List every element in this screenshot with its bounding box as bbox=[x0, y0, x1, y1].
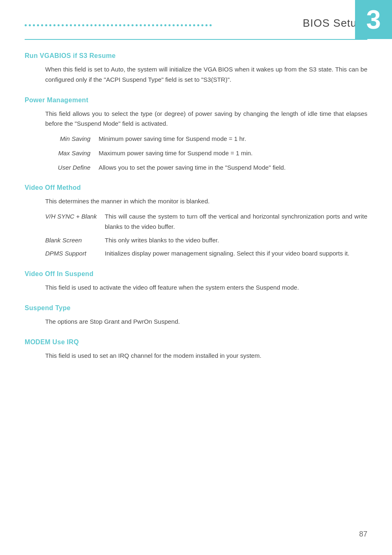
header-dot bbox=[58, 24, 60, 26]
section-heading-modem-use-irq: MODEM Use IRQ bbox=[25, 339, 367, 346]
header-dot bbox=[152, 24, 154, 26]
header-dot bbox=[181, 24, 183, 26]
chapter-number: 3 bbox=[366, 5, 381, 35]
header-dot bbox=[82, 24, 84, 26]
header-dot bbox=[123, 24, 125, 26]
chapter-number-box: 3 bbox=[355, 0, 392, 39]
section-body-suspend-type: The options are Stop Grant and PwrOn Sus… bbox=[25, 317, 367, 327]
section-run-vgabios: Run VGABIOS if S3 Resume When this field… bbox=[25, 52, 367, 85]
header-dot bbox=[70, 24, 72, 26]
section-video-off-in-suspend: Video Off In Suspend This field is used … bbox=[25, 270, 367, 293]
header-dot bbox=[74, 24, 76, 26]
option-desc-vh-sync: This will cause the system to turn off t… bbox=[105, 212, 367, 232]
option-row-vh-sync: V/H SYNC + Blank This will cause the sys… bbox=[45, 212, 367, 232]
header-dot bbox=[144, 24, 146, 26]
header-dot bbox=[127, 24, 129, 26]
top-bar: BIOS Setup bbox=[0, 0, 392, 39]
header-dot bbox=[53, 24, 55, 26]
section-power-management: Power Management This field allows you t… bbox=[25, 97, 367, 173]
header-dot bbox=[156, 24, 158, 26]
option-label-blank-screen: Blank Screen bbox=[45, 235, 99, 246]
header-dot bbox=[107, 24, 109, 26]
option-label-vh-sync: V/H SYNC + Blank bbox=[45, 212, 99, 222]
header-dot bbox=[131, 24, 134, 26]
header-dot bbox=[119, 24, 121, 26]
section-video-off-method: Video Off Method This determines the man… bbox=[25, 184, 367, 259]
header-dot bbox=[45, 24, 47, 26]
header-dot bbox=[205, 24, 208, 26]
header-dot bbox=[177, 24, 179, 26]
option-row-max-saving: Max Saving Maximum power saving time for… bbox=[45, 148, 367, 159]
header-dot bbox=[90, 24, 92, 26]
header-dot bbox=[37, 24, 39, 26]
main-content: Run VGABIOS if S3 Resume When this field… bbox=[0, 40, 392, 397]
section-heading-video-off-method: Video Off Method bbox=[25, 184, 367, 191]
header-dot bbox=[111, 24, 113, 26]
header-dot bbox=[49, 24, 51, 26]
header-dot bbox=[197, 24, 199, 26]
section-body-video-off-method: This determines the manner in which the … bbox=[25, 196, 367, 259]
option-row-dpms: DPMS Support Initializes display power m… bbox=[45, 249, 367, 259]
header-dot bbox=[78, 24, 80, 26]
header-dot bbox=[103, 24, 105, 26]
option-desc-dpms: Initializes display power management sig… bbox=[105, 249, 367, 259]
header-dot bbox=[115, 24, 117, 26]
option-desc-blank-screen: This only writes blanks to the video buf… bbox=[105, 235, 367, 246]
page-number: 87 bbox=[359, 530, 367, 539]
header-dot bbox=[201, 24, 203, 26]
header-dot bbox=[41, 24, 43, 26]
header-dot bbox=[86, 24, 88, 26]
option-desc-user-define: Allows you to set the power saving time … bbox=[99, 163, 367, 173]
dots-container bbox=[25, 20, 303, 26]
header-dot bbox=[164, 24, 166, 26]
section-body-video-off-in-suspend: This field is used to activate the video… bbox=[25, 283, 367, 293]
section-modem-use-irq: MODEM Use IRQ This field is used to set … bbox=[25, 339, 367, 361]
section-body-run-vgabios: When this field is set to Auto, the syst… bbox=[25, 64, 367, 85]
header-dot bbox=[136, 24, 138, 26]
page-container: BIOS Setup 3 Run VGABIOS if S3 Resume Wh… bbox=[0, 0, 392, 555]
header-dot bbox=[140, 24, 142, 26]
header-dot bbox=[189, 24, 191, 26]
option-desc-min-saving: Minimum power saving time for Suspend mo… bbox=[99, 134, 367, 144]
header-dot bbox=[95, 24, 97, 26]
section-heading-power-management: Power Management bbox=[25, 97, 367, 104]
video-off-method-options: V/H SYNC + Blank This will cause the sys… bbox=[45, 212, 367, 259]
header-dot bbox=[66, 24, 68, 26]
header-dot bbox=[168, 24, 171, 26]
option-desc-max-saving: Maximum power saving time for Suspend mo… bbox=[99, 148, 367, 159]
header-dot bbox=[29, 24, 31, 26]
section-body-modem-use-irq: This field is used to set an IRQ channel… bbox=[25, 351, 367, 361]
option-label-dpms: DPMS Support bbox=[45, 249, 99, 259]
section-heading-run-vgabios: Run VGABIOS if S3 Resume bbox=[25, 52, 367, 60]
option-row-min-saving: Min Saving Minimum power saving time for… bbox=[45, 134, 367, 144]
section-suspend-type: Suspend Type The options are Stop Grant … bbox=[25, 304, 367, 327]
header-dot bbox=[160, 24, 162, 26]
header-dot bbox=[185, 24, 187, 26]
header-dot bbox=[210, 24, 212, 26]
section-heading-suspend-type: Suspend Type bbox=[25, 304, 367, 312]
bios-setup-title: BIOS Setup bbox=[303, 17, 363, 30]
option-label-min-saving: Min Saving bbox=[45, 134, 90, 144]
header-dot bbox=[193, 24, 195, 26]
header-dot bbox=[33, 24, 35, 26]
section-body-power-management: This field allows you to select the type… bbox=[25, 109, 367, 173]
header-dot bbox=[173, 24, 175, 26]
option-label-user-define: User Define bbox=[45, 163, 90, 173]
power-management-options: Min Saving Minimum power saving time for… bbox=[45, 134, 367, 173]
option-row-user-define: User Define Allows you to set the power … bbox=[45, 163, 367, 173]
header-dot bbox=[148, 24, 150, 26]
option-label-max-saving: Max Saving bbox=[45, 148, 90, 159]
header-dot bbox=[62, 24, 64, 26]
section-heading-video-off-in-suspend: Video Off In Suspend bbox=[25, 270, 367, 278]
header-dot bbox=[25, 24, 27, 26]
header-dot bbox=[99, 24, 101, 26]
option-row-blank-screen: Blank Screen This only writes blanks to … bbox=[45, 235, 367, 246]
